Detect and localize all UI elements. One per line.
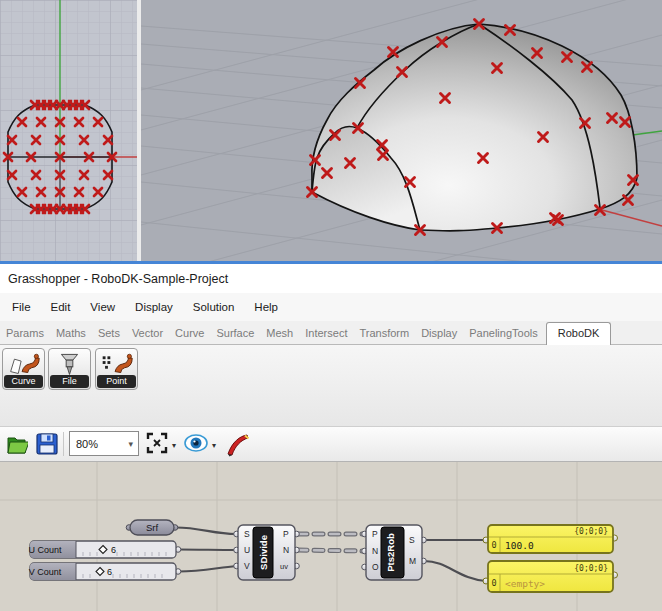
zoom-level-value: 80%: [76, 438, 122, 450]
component-tab-strip: Params Maths Sets Vector Curve Surface M…: [0, 321, 662, 345]
tab-mesh[interactable]: Mesh: [260, 323, 299, 344]
point-button-label: Point: [97, 375, 136, 388]
sdivide-input-s[interactable]: S: [244, 529, 250, 539]
tab-sets[interactable]: Sets: [92, 323, 126, 344]
canvas-toolbar: 80% ▾ ▾ ▾: [0, 427, 662, 462]
robodk-ribbon: Curve File Point: [0, 345, 662, 427]
pts2rob-component[interactable]: P N O S M Pts2Rob: [362, 525, 427, 580]
menu-file[interactable]: File: [2, 301, 41, 313]
toolbar-separator: [63, 432, 64, 456]
sdivide-component[interactable]: S U V P N uv SDivide: [234, 525, 300, 580]
sdivide-name-label: SDivide: [258, 535, 269, 570]
drill-file-icon: [49, 350, 90, 376]
open-file-icon[interactable]: [6, 432, 28, 456]
viewport-divider: [137, 0, 141, 264]
tab-intersect[interactable]: Intersect: [299, 323, 353, 344]
panel-top-index: 0: [491, 540, 496, 550]
sketch-pen-icon[interactable]: [224, 432, 250, 457]
sdivide-output-p[interactable]: P: [283, 529, 289, 539]
zoom-level-select[interactable]: 80% ▾: [69, 431, 139, 456]
robot-point-icon: [96, 350, 137, 376]
tab-display[interactable]: Display: [415, 323, 463, 344]
rhino-viewports[interactable]: [0, 0, 662, 264]
pts2rob-name-label: Pts2Rob: [385, 533, 396, 572]
save-file-icon[interactable]: [36, 432, 58, 456]
top-view-grid-major: [0, 0, 137, 264]
panel-bottom[interactable]: {0;0;0} 0 <empty>: [483, 561, 618, 592]
tab-surface[interactable]: Surface: [210, 323, 260, 344]
menu-solution[interactable]: Solution: [183, 301, 245, 313]
zoom-extents-icon[interactable]: [146, 432, 168, 454]
file-button-label: File: [50, 375, 89, 388]
tab-maths[interactable]: Maths: [50, 323, 92, 344]
srf-label: Srf: [146, 522, 159, 533]
pts2rob-input-o[interactable]: O: [372, 562, 379, 572]
window-title: Grasshopper - RoboDK-Sample-Project: [8, 272, 228, 286]
sdivide-input-u[interactable]: U: [244, 545, 250, 555]
sdivide-output-uv[interactable]: uv: [280, 562, 288, 571]
preview-dropdown-arrow[interactable]: ▾: [212, 441, 216, 450]
menu-bar: File Edit View Display Solution Help: [0, 293, 662, 321]
robodk-file-button[interactable]: File: [48, 348, 91, 390]
preview-eye-icon[interactable]: [184, 434, 208, 452]
u-count-label: U Count: [28, 545, 62, 555]
tab-panelingtools[interactable]: PanelingTools: [463, 323, 544, 344]
tab-robodk-active[interactable]: RoboDK: [546, 322, 612, 345]
panel-bottom-index: 0: [491, 578, 496, 588]
v-count-value: 6: [107, 567, 112, 577]
panel-bottom-value: <empty>: [505, 578, 545, 589]
panel-bottom-path: {0;0;0}: [574, 564, 608, 573]
tab-transform[interactable]: Transform: [353, 323, 415, 344]
panel-top[interactable]: {0;0;0} 0 100.0: [483, 525, 618, 553]
robot-curve-icon: [3, 350, 44, 376]
robodk-point-button[interactable]: Point: [95, 348, 138, 390]
tab-curve[interactable]: Curve: [169, 323, 210, 344]
viewport-perspective[interactable]: [141, 0, 662, 264]
menu-edit[interactable]: Edit: [41, 301, 81, 313]
tab-params[interactable]: Params: [0, 323, 50, 344]
grasshopper-canvas[interactable]: Srf U Count 6 V Count 6: [0, 462, 662, 611]
srf-param-node[interactable]: Srf: [126, 520, 178, 535]
sdivide-output-n[interactable]: N: [283, 545, 289, 555]
zoom-dropdown-arrow[interactable]: ▾: [172, 441, 176, 450]
v-count-slider[interactable]: V Count 6: [29, 563, 181, 580]
menu-view[interactable]: View: [80, 301, 125, 313]
menu-help[interactable]: Help: [244, 301, 288, 313]
robodk-curve-button[interactable]: Curve: [2, 348, 45, 390]
pts2rob-output-m[interactable]: M: [409, 556, 416, 566]
u-count-value: 6: [111, 545, 116, 555]
menu-display[interactable]: Display: [125, 301, 183, 313]
window-titlebar[interactable]: Grasshopper - RoboDK-Sample-Project: [0, 264, 662, 294]
pts2rob-output-s[interactable]: S: [409, 535, 415, 545]
panel-top-value: 100.0: [505, 540, 534, 551]
sdivide-input-v[interactable]: V: [244, 561, 250, 571]
pts2rob-input-p[interactable]: P: [372, 529, 378, 539]
v-count-label: V Count: [29, 567, 62, 577]
viewport-top-view[interactable]: [0, 0, 141, 264]
curve-button-label: Curve: [4, 375, 43, 388]
pts2rob-input-n[interactable]: N: [372, 546, 378, 556]
dashed-wires: [298, 534, 364, 551]
tab-vector[interactable]: Vector: [126, 323, 169, 344]
panel-top-path: {0;0;0}: [574, 527, 608, 536]
u-count-slider[interactable]: U Count 6: [28, 541, 180, 558]
chevron-down-icon: ▾: [128, 439, 133, 449]
